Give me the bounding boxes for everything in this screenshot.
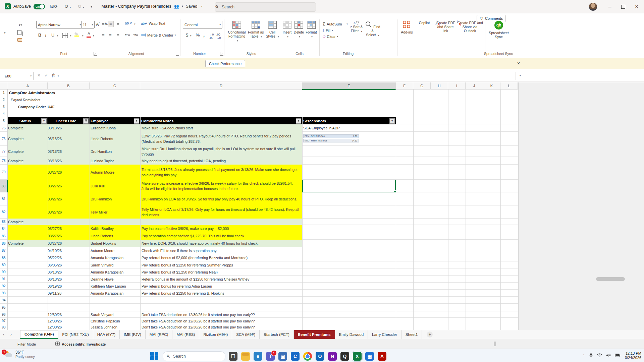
check-date-cell[interactable] (48, 219, 90, 225)
status-cell[interactable]: Complete (8, 124, 48, 132)
row-header-85[interactable]: 85 (0, 232, 8, 240)
notes-cell[interactable]: Telly Miller on LOA as of 3/17/26. Only … (140, 205, 302, 219)
notes-cell[interactable]: Pay referral bonus for referring Adria L… (140, 283, 302, 290)
check-date-cell[interactable]: 03/27/26 (48, 205, 90, 219)
screenshots-cell[interactable] (302, 297, 396, 304)
maximize-button[interactable] (616, 0, 630, 13)
add-ins-button[interactable]: Add-ins (398, 21, 415, 34)
font-dialog-launcher[interactable] (94, 52, 97, 56)
employee-cell[interactable]: Jessica Johnson (90, 324, 140, 330)
sheet-tab-larry-chessler[interactable]: Larry Chessler (368, 330, 401, 339)
check-date-cell[interactable]: 03/27/26 (48, 192, 90, 205)
status-cell[interactable] (8, 205, 48, 219)
increase-decimal-icon[interactable]: ←0.00 (209, 33, 214, 40)
notes-cell[interactable]: Make sure Dru Hamilton shows up on payro… (140, 146, 302, 157)
align-bottom-icon[interactable]: ≡ (115, 21, 121, 26)
sheet-tab-rizikon-m9h-[interactable]: Rizikon (M9H) (199, 330, 232, 339)
check-date-cell[interactable]: 03/27/26 (48, 165, 90, 180)
conditional-formatting-button[interactable]: ConditionalFormatting ▾ (227, 21, 246, 43)
sheet-tab-fdi-nr2-txu-[interactable]: FDI (NR2-TXU) (58, 330, 93, 339)
status-cell[interactable] (8, 324, 48, 330)
row-header-88[interactable]: 88 (0, 254, 8, 261)
notes-cell[interactable]: Dru Hamilton on LOA as of 3/9/26. So for… (140, 192, 302, 205)
notes-cell[interactable]: Pay referral bonus of $1250 for referrin… (140, 261, 302, 268)
status-cell[interactable] (8, 268, 48, 276)
row-header-79[interactable]: 79 (0, 165, 8, 180)
row-header-81[interactable]: 81 (0, 192, 8, 205)
employee-cell[interactable]: Deanne Howe (90, 276, 140, 283)
column-header-H[interactable]: H (431, 82, 448, 89)
notes-cell[interactable]: Pay referral bonus of $2,000 (for referr… (140, 254, 302, 261)
copilot-button[interactable]: Copilot (417, 21, 432, 25)
format-cells-button[interactable]: Format▾ (305, 21, 317, 39)
status-column-header[interactable]: Status▾ (8, 117, 48, 124)
sheet-tab-sheet1[interactable]: Sheet1 (401, 330, 422, 339)
notes-cell[interactable]: May need to adjust timecard, potential L… (140, 157, 302, 165)
row-header-75[interactable]: 75 (0, 124, 8, 132)
fill-color-icon[interactable] (74, 32, 79, 37)
status-cell[interactable] (8, 225, 48, 232)
row-header-3[interactable]: 3 (0, 103, 8, 110)
column-header-D[interactable]: D (140, 82, 302, 89)
notes-cell[interactable]: Pay referral bonus of $1,250 (for referr… (140, 268, 302, 276)
notes-cell[interactable]: Make sure pay increase is effective 3/8/… (140, 180, 302, 192)
format-as-table-button[interactable]: Format asTable ▾ (248, 21, 264, 39)
row-header-98[interactable]: 98 (0, 324, 8, 330)
employee-cell[interactable]: Bridget Hopkins (90, 240, 140, 247)
accessibility-status[interactable]: Accessibility: Investigate (62, 342, 106, 346)
employee-cell[interactable]: Julia Kiili (90, 180, 140, 192)
employee-cell[interactable]: Christine Papscun (90, 318, 140, 324)
status-cell[interactable] (8, 290, 48, 297)
screenshots-cell[interactable] (302, 247, 396, 254)
notes-cell[interactable]: Make sure FSA deductions start (140, 124, 302, 132)
number-format-combo[interactable]: General▾ (183, 21, 222, 28)
column-header-E[interactable]: E (302, 82, 396, 90)
row-header-80[interactable]: 80 (0, 180, 8, 192)
font-name-combo[interactable]: Aptos Narrow▾ (36, 21, 83, 28)
sheet-tab-startech-pct-[interactable]: Startech (PCT) (260, 330, 294, 339)
check-date-cell[interactable]: 03/27/26 (48, 180, 90, 192)
saved-status[interactable]: Saved (186, 4, 197, 9)
embedded-screenshot[interactable]: DEN - DEN PRE-TAX6.86 (303, 134, 359, 138)
notes-cell[interactable]: Check with EH to see if there is separat… (140, 247, 302, 254)
align-middle-icon[interactable]: ≡ (108, 21, 114, 27)
screenshots-cell[interactable] (302, 276, 396, 283)
file-explorer-icon[interactable] (241, 352, 250, 361)
notes-cell[interactable]: New hire, DOH: 3/16, should have approxm… (140, 240, 302, 247)
column-header-C[interactable]: C (90, 82, 140, 89)
check-date-cell[interactable]: 04/10/26 (48, 247, 90, 254)
check-date-cell[interactable]: 12/30/26 (48, 318, 90, 324)
check-date-cell[interactable]: 03/27/26 (48, 225, 90, 232)
employee-cell[interactable]: Amanda Karagosian (90, 268, 140, 276)
row-header-82[interactable]: 82 (0, 205, 8, 219)
insert-cells-button[interactable]: Insert▾ (282, 21, 292, 39)
screenshots-cell[interactable]: DEN - DEN PRE-TAX6.86MED - Health Insura… (302, 132, 396, 146)
merge-center-button[interactable]: Merge & Center▾ (141, 33, 176, 37)
cancel-entry-icon[interactable]: ✕ (35, 73, 43, 78)
status-cell[interactable] (8, 311, 48, 318)
autosave-toggle[interactable]: On (34, 4, 45, 9)
orientation-chevron[interactable]: ▾ (134, 23, 136, 25)
find-select-button[interactable]: Find &Select ▾ (365, 21, 380, 38)
bold-button[interactable]: B (37, 32, 43, 38)
number-dialog-launcher[interactable] (220, 52, 223, 56)
column-header-J[interactable]: J (466, 82, 483, 89)
notes-column-header[interactable]: Comments/ Notes▾ (140, 117, 302, 124)
new-sheet-button[interactable]: + (427, 331, 433, 338)
check-date-cell[interactable]: 03/27/26 (48, 232, 90, 240)
app-blue-icon[interactable]: ▦ (365, 352, 374, 361)
sheet-tab-benefit-premiums[interactable]: Benefit Premiums (294, 330, 335, 339)
clipboard-menu-chevron[interactable]: ▾ (3, 31, 7, 35)
check-date-cell[interactable]: 03/13/26 (48, 132, 90, 146)
column-header-L[interactable]: L (500, 82, 518, 89)
filter-dropdown-icon[interactable]: ▾ (389, 118, 395, 124)
row-header-87[interactable]: 87 (0, 247, 8, 254)
filter-applied-icon[interactable] (83, 118, 89, 124)
status-cell[interactable] (8, 297, 48, 304)
wifi-icon[interactable] (597, 353, 602, 358)
employee-cell[interactable]: Dru Hamilton (90, 192, 140, 205)
sheet-tab-mai-rpc-[interactable]: MAI (RPC) (146, 330, 173, 339)
font-color-chevron[interactable]: ▾ (93, 35, 94, 37)
sheet-tab-mai-res-[interactable]: MAI (RES) (172, 330, 199, 339)
screenshots-cell[interactable] (302, 311, 396, 318)
